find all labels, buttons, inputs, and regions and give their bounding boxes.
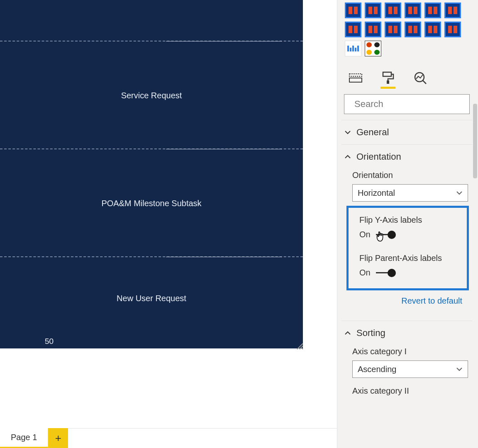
viz-tile[interactable] [365, 22, 381, 37]
axis-category-1-label: Axis category I [352, 347, 468, 356]
section-orientation: Orientation Orientation Horizontal Flip … [341, 144, 472, 321]
visual-resize-handle[interactable] [295, 342, 304, 350]
orientation-select[interactable]: Horizontal [352, 184, 468, 202]
flip-y-axis-toggle-row: On [359, 230, 462, 239]
viz-tile-bars[interactable] [345, 41, 361, 56]
toggle-state-label: On [359, 230, 372, 239]
viz-tile[interactable] [385, 22, 401, 37]
app-root: Service Request POA&M Milestone Subtask … [0, 0, 478, 448]
flip-y-axis-label: Flip Y-Axis labels [359, 215, 462, 225]
section-body-orientation: Orientation Horizontal Flip Y-Axis label… [341, 169, 472, 321]
x-axis-tick: 50 [45, 337, 54, 346]
svg-rect-3 [387, 80, 389, 84]
analytics-tab[interactable] [412, 70, 429, 86]
custom-chart-visual[interactable]: Service Request POA&M Milestone Subtask … [0, 0, 303, 348]
section-title: Orientation [356, 151, 401, 162]
highlighted-group: Flip Y-Axis labels On Flip Parent-Axis l… [346, 206, 469, 290]
viz-tile[interactable] [424, 22, 441, 37]
search-container [344, 94, 470, 114]
fields-icon [349, 72, 363, 84]
chevron-down-icon [456, 366, 463, 373]
flip-parent-axis-toggle-row: On [359, 268, 462, 278]
search-input[interactable] [354, 99, 468, 110]
section-sorting: Sorting Axis category I Ascending Axis c… [341, 321, 472, 407]
svg-rect-0 [349, 74, 362, 76]
flip-y-axis-toggle[interactable] [376, 231, 396, 239]
viz-tile[interactable] [424, 2, 441, 18]
analytics-icon [414, 71, 427, 85]
format-tab[interactable] [380, 70, 396, 86]
viz-tile[interactable] [345, 2, 361, 18]
revert-to-default: Revert to default [352, 294, 468, 313]
svg-rect-2 [383, 72, 391, 76]
chevron-up-icon [344, 153, 351, 161]
section-title: General [356, 127, 389, 138]
add-page-button[interactable]: + [48, 428, 68, 448]
visualization-gallery [341, 0, 472, 64]
page-tab-label: Page 1 [11, 433, 37, 442]
chevron-down-icon [456, 190, 463, 196]
flip-parent-axis-label: Flip Parent-Axis labels [359, 253, 462, 263]
viz-tile[interactable] [405, 22, 421, 37]
section-general: General [341, 120, 472, 144]
paint-roller-icon [381, 71, 395, 85]
chart-row: POA&M Milestone Subtask [0, 149, 303, 257]
report-canvas[interactable]: Service Request POA&M Milestone Subtask … [0, 0, 337, 428]
toggle-state-label: On [359, 268, 372, 278]
flip-parent-axis-toggle[interactable] [376, 269, 396, 277]
section-header-general[interactable]: General [341, 120, 472, 144]
pane-scrollbar[interactable] [472, 104, 478, 187]
svg-rect-1 [349, 78, 362, 82]
pane-tab-bar [341, 64, 472, 87]
viz-tile[interactable] [444, 22, 461, 37]
visualizations-pane: General Orientation Orientation Horizont… [337, 0, 478, 448]
axis-category-1-value: Ascending [358, 365, 396, 374]
fields-tab[interactable] [347, 70, 364, 86]
row-label: New User Request [117, 294, 186, 303]
section-header-orientation[interactable]: Orientation [341, 145, 472, 169]
scrollbar-thumb[interactable] [473, 104, 477, 178]
orientation-field-label: Orientation [352, 170, 468, 180]
viz-tile[interactable] [365, 2, 381, 18]
orientation-select-value: Horizontal [358, 188, 395, 198]
chevron-up-icon [344, 329, 351, 337]
search-box[interactable] [344, 94, 470, 114]
chart-row: Service Request [0, 41, 303, 149]
section-header-sorting[interactable]: Sorting [341, 321, 472, 345]
section-body-sorting: Axis category I Ascending Axis category … [341, 345, 472, 407]
chart-row: New User Request [0, 257, 303, 348]
report-canvas-area: Service Request POA&M Milestone Subtask … [0, 0, 337, 448]
viz-tile[interactable] [385, 2, 401, 18]
axis-category-1-select[interactable]: Ascending [352, 360, 468, 378]
row-label: Service Request [121, 91, 182, 100]
viz-tile[interactable] [444, 2, 461, 18]
chart-row [0, 0, 303, 41]
viz-tile-dots[interactable] [365, 41, 381, 56]
revert-to-default-link[interactable]: Revert to default [401, 296, 462, 305]
chevron-down-icon [344, 129, 351, 136]
viz-tile[interactable] [345, 22, 361, 37]
viz-tile[interactable] [405, 2, 421, 18]
page-tab[interactable]: Page 1 [0, 428, 48, 448]
axis-category-2-label: Axis category II [352, 386, 468, 396]
plus-icon: + [55, 432, 61, 445]
page-tab-bar: Page 1 + [0, 428, 337, 448]
section-title: Sorting [356, 328, 385, 338]
row-label: POA&M Milestone Subtask [101, 199, 201, 208]
